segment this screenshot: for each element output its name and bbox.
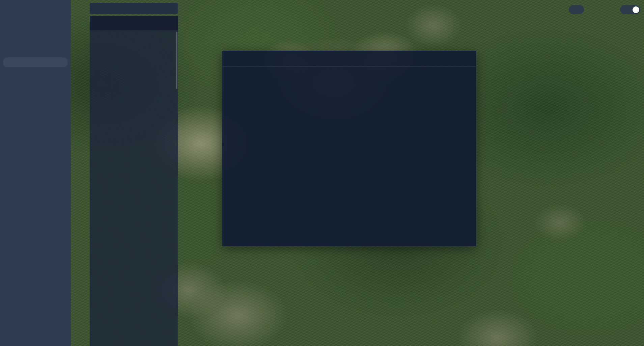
over-plan-badge[interactable] [569,5,584,14]
flask-icon [572,7,577,12]
modal-titlebar [222,51,476,66]
app-root [0,0,644,346]
station-search [90,3,178,14]
station-list [90,30,178,346]
station-detail-modal [222,51,476,246]
sidebar [0,0,71,346]
sidebar-search [3,57,68,67]
detail-toggle[interactable] [620,5,640,14]
list-header [90,16,178,30]
toggle-knob-icon [633,6,639,13]
station-search-input[interactable] [94,6,168,11]
scrollbar[interactable] [176,32,177,89]
search-icon [6,60,11,65]
source-type-filter[interactable] [167,21,173,26]
sidebar-search-input[interactable] [13,60,64,65]
plan-vs-intake-chart [222,51,477,247]
search-icon[interactable] [168,6,174,11]
chevron-down-icon [169,21,173,26]
station-list-panel [90,16,178,346]
